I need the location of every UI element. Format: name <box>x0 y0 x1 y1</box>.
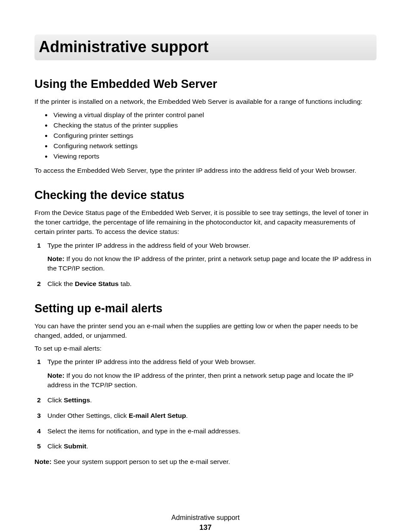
step-item: Type the printer IP address into the add… <box>34 357 377 389</box>
note-label: Note: <box>47 255 65 262</box>
section1-bullet-list: Viewing a virtual display of the printer… <box>34 110 377 162</box>
list-item: Configuring printer settings <box>34 131 377 141</box>
note-text: If you do not know the IP address of the… <box>47 372 353 389</box>
step-text-post: . <box>90 396 92 404</box>
note-label: Note: <box>34 458 52 465</box>
step-text-pre: Click <box>47 396 64 404</box>
list-item: Viewing reports <box>34 151 377 162</box>
list-item: Configuring network settings <box>34 141 377 151</box>
step-text-pre: Click <box>47 442 64 450</box>
page-title: Administrative support <box>34 34 377 60</box>
step-item: Click the Device Status tab. <box>34 279 377 289</box>
step-text: Type the printer IP address into the add… <box>47 358 256 365</box>
step-text-post: tab. <box>118 280 131 287</box>
final-note: Note: See your system support person to … <box>34 457 377 467</box>
section3-lead: To set up e-mail alerts: <box>34 344 377 353</box>
step-text-bold: Settings <box>64 396 90 404</box>
list-item: Viewing a virtual display of the printer… <box>34 110 377 120</box>
step-text-post: . <box>186 412 188 419</box>
step-item: Under Other Settings, click E-mail Alert… <box>34 411 377 420</box>
step-text: Type the printer IP address in the addre… <box>47 242 250 249</box>
note-text: See your system support person to set up… <box>52 458 230 465</box>
list-item: Checking the status of the printer suppl… <box>34 120 377 131</box>
step-text-bold: Submit <box>64 442 87 450</box>
note-block: Note: If you do not know the IP address … <box>47 371 377 389</box>
footer-title: Administrative support <box>34 514 377 522</box>
section2-intro: From the Device Status page of the Embed… <box>34 208 377 236</box>
step-text-post: . <box>86 442 88 450</box>
section3-intro: You can have the printer send you an e-m… <box>34 321 377 340</box>
note-block: Note: If you do not know the IP address … <box>47 254 377 273</box>
step-text-bold: E-mail Alert Setup <box>129 412 186 419</box>
step-item: Select the items for notification, and t… <box>34 426 377 436</box>
section-heading-device-status: Checking the device status <box>34 189 377 202</box>
note-label: Note: <box>47 372 65 379</box>
footer-page-number: 137 <box>34 523 377 532</box>
section-heading-ews: Using the Embedded Web Server <box>34 78 377 91</box>
step-item: Click Settings. <box>34 395 377 405</box>
section2-steps: Type the printer IP address in the addre… <box>34 241 377 289</box>
section3-steps: Type the printer IP address into the add… <box>34 357 377 451</box>
step-item: Click Submit. <box>34 442 377 451</box>
section-heading-email-alerts: Setting up e-mail alerts <box>34 302 377 315</box>
note-text: If you do not know the IP address of the… <box>47 255 371 272</box>
step-item: Type the printer IP address in the addre… <box>34 241 377 273</box>
step-text: Select the items for notification, and t… <box>47 427 240 435</box>
step-text-bold: Device Status <box>75 280 119 287</box>
step-text-pre: Click the <box>47 280 75 287</box>
section1-outro: To access the Embedded Web Server, type … <box>34 166 377 175</box>
page-footer: Administrative support 137 <box>34 514 377 532</box>
step-text-pre: Under Other Settings, click <box>47 412 129 419</box>
section1-intro: If the printer is installed on a network… <box>34 97 377 106</box>
